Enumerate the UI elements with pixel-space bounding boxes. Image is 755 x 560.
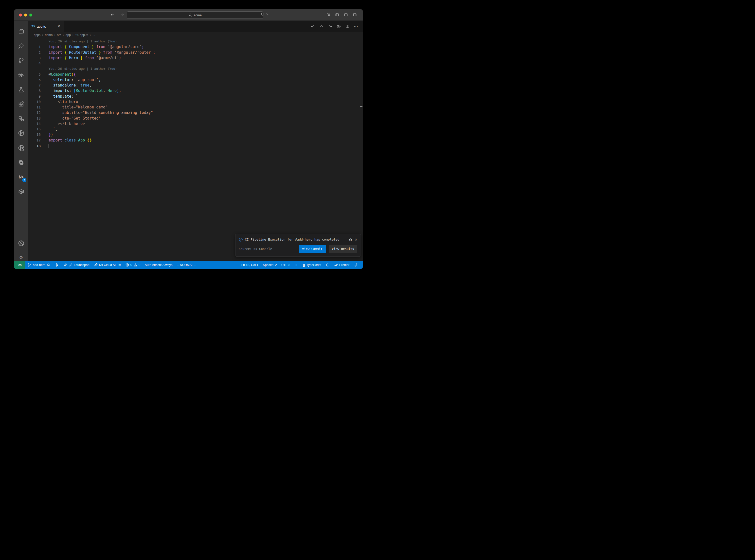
activity-item-source-control[interactable] — [17, 56, 25, 64]
breadcrumb-item[interactable]: ... — [93, 33, 95, 37]
open-changes-icon[interactable] — [319, 24, 324, 29]
status-item-vim-mode[interactable]: -- NORMAL -- — [175, 261, 198, 269]
line-number: 17 — [28, 138, 48, 143]
activity-item-settings[interactable]: ⚙ — [17, 254, 25, 262]
status-item-problems[interactable]: 00 — [123, 261, 142, 269]
tab-strip: TS app.ts × ··· — [28, 21, 363, 32]
activity-item-search[interactable] — [17, 42, 25, 50]
vscode-window: acme N>2⚙ TS app.ts × ··· apps›demo›src›… — [14, 9, 363, 269]
text-cursor — [48, 144, 49, 148]
close-tab-icon[interactable]: × — [57, 24, 61, 29]
status-item-encoding[interactable]: UTF-8 — [279, 261, 293, 269]
activity-item-project-structure[interactable] — [17, 115, 25, 123]
status-item-branch[interactable]: add-hero — [25, 261, 53, 269]
tab-app-ts[interactable]: TS app.ts × — [28, 21, 64, 32]
code-editor[interactable]: You, 26 minutes ago | 1 author (You)1imp… — [28, 38, 363, 261]
line-number: 11 — [28, 104, 48, 110]
panel-left-icon[interactable] — [334, 12, 340, 18]
breadcrumb-separator: › — [42, 33, 43, 37]
code-line: 1import { Component } from '@angular/cor… — [28, 44, 363, 49]
notification-close-icon[interactable]: × — [355, 237, 357, 242]
files-icon — [18, 28, 24, 35]
more-actions-icon[interactable]: ··· — [354, 24, 358, 29]
notification-buttons: View CommitView Results — [299, 245, 357, 253]
status-item-nx-cloud-ai-fix[interactable]: Nx Cloud AI Fix — [92, 261, 123, 269]
line-number: 4 — [28, 61, 48, 66]
zoom-window-button[interactable] — [29, 14, 32, 17]
activity-item-explorer[interactable] — [17, 27, 25, 36]
title-bar: acme — [14, 9, 363, 21]
view-commit-button[interactable]: View Commit — [299, 245, 326, 253]
close-window-button[interactable] — [19, 14, 22, 17]
circled-branch-icon[interactable] — [336, 24, 341, 29]
line-number: 12 — [28, 110, 48, 115]
activity-item-extensions[interactable] — [17, 100, 25, 108]
status-item-formatter[interactable]: Prettier — [332, 261, 352, 269]
status-item-language[interactable]: {}TypeScript — [301, 261, 323, 269]
swirl-icon — [18, 159, 24, 166]
panel-bottom-icon[interactable] — [343, 12, 349, 18]
breadcrumb-separator: › — [73, 33, 74, 37]
activity-item-gitlens-search[interactable] — [17, 144, 25, 152]
line-number: 3 — [28, 55, 48, 61]
container-icon — [18, 188, 24, 195]
minimize-window-button[interactable] — [24, 14, 27, 17]
command-center-search[interactable]: acme — [127, 11, 263, 19]
activity-item-testing[interactable] — [17, 85, 25, 94]
cloud-upload-icon — [46, 263, 51, 267]
extensions-icon — [18, 101, 24, 107]
breadcrumb-separator: › — [54, 33, 55, 37]
ts-file-icon: TS — [32, 25, 35, 28]
blame-annotation: You, 26 minutes ago | 1 author (You) — [28, 39, 363, 44]
blame-annotation: You, 26 minutes ago | 1 author (You) — [28, 66, 363, 72]
info-icon — [239, 238, 243, 242]
status-item-commit-graph[interactable] — [53, 261, 61, 269]
activity-item-containers[interactable] — [17, 187, 25, 196]
status-item-eol[interactable]: LF — [293, 261, 301, 269]
status-item-notifications[interactable] — [352, 261, 360, 269]
activity-bar: N>2⚙ — [14, 21, 28, 261]
prev-change-icon[interactable] — [311, 24, 315, 29]
breadcrumb-item[interactable]: apps — [34, 33, 40, 37]
panel-right-icon[interactable] — [352, 12, 358, 18]
remote-indicator[interactable]: >< — [14, 261, 25, 269]
next-change-icon[interactable] — [328, 24, 333, 29]
git-branch-icon — [27, 263, 32, 267]
code-line: 5@Component({ — [28, 72, 363, 77]
wrench-icon — [94, 263, 98, 267]
view-results-button[interactable]: View Results — [329, 245, 357, 253]
status-item-launchpad[interactable]: Launchpad — [61, 261, 92, 269]
forward-button[interactable] — [120, 12, 125, 18]
activity-item-accounts[interactable] — [17, 239, 25, 247]
status-item-cursor-position[interactable]: Ln 18, Col 1 — [239, 261, 261, 269]
activity-item-nx-console[interactable]: N>2 — [17, 173, 25, 181]
code-line: 12 subtitle="Build something amazing tod… — [28, 110, 363, 115]
gear-icon: ⚙ — [19, 255, 23, 260]
ts-file-icon: TS — [75, 33, 78, 37]
status-item-auto-attach[interactable]: Auto Attach: Always — [142, 261, 175, 269]
tab-label: app.ts — [37, 25, 46, 28]
activity-item-nx-cloud[interactable] — [17, 158, 25, 166]
split-editor-icon[interactable] — [345, 24, 350, 29]
back-button[interactable] — [110, 12, 115, 18]
customize-layout-icon[interactable] — [325, 12, 331, 18]
double-check-icon — [334, 263, 338, 267]
breadcrumb-separator: › — [63, 33, 64, 37]
activity-item-gitlens[interactable] — [17, 129, 25, 137]
status-item-indentation[interactable]: Spaces: 2 — [261, 261, 279, 269]
line-number: 10 — [28, 99, 48, 104]
status-right: Ln 18, Col 1Spaces: 2UTF-8LF{}TypeScript… — [239, 261, 363, 269]
status-item-copilot[interactable] — [323, 261, 332, 269]
line-number: 9 — [28, 94, 48, 99]
breadcrumb-item[interactable]: src — [57, 33, 61, 37]
breadcrumb-item[interactable]: demo — [45, 33, 53, 37]
line-number: 6 — [28, 77, 48, 83]
breadcrumb-item[interactable]: TSapp.ts — [75, 33, 88, 37]
code-line: 7 standalone: true, — [28, 83, 363, 88]
breadcrumb-item[interactable]: app — [65, 33, 71, 37]
search-icon — [188, 13, 192, 17]
activity-item-run-and-debug[interactable] — [17, 71, 25, 79]
copilot-menu[interactable] — [261, 12, 269, 16]
notification-settings-icon[interactable]: ⚙ — [349, 237, 352, 242]
git-branch-large-icon — [18, 57, 24, 64]
